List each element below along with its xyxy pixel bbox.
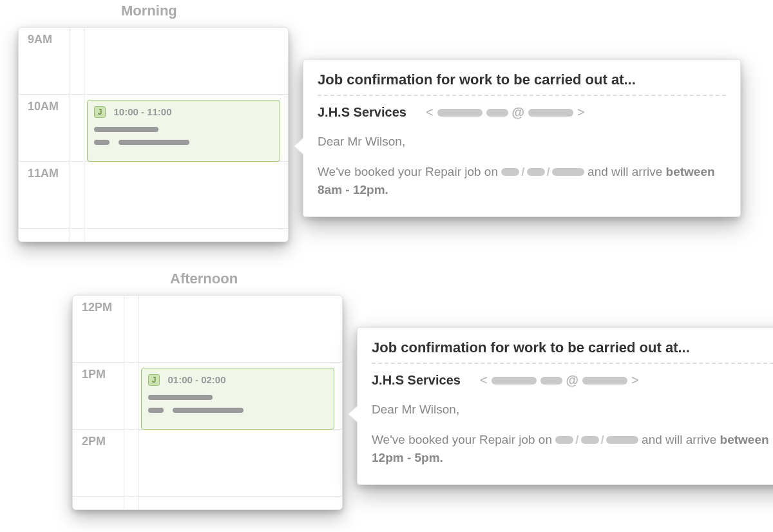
- calendar-afternoon: 12PM 1PM 2PM J 01:00 - 02:00: [72, 295, 343, 510]
- email-subject: Job confirmation for work to be carried …: [372, 339, 773, 356]
- at-symbol: @: [512, 105, 525, 120]
- email-body-mid: and will arrive: [584, 165, 666, 178]
- email-popup-afternoon: Job confirmation for work to be carried …: [357, 327, 773, 485]
- redacted-date-part: [552, 168, 584, 176]
- placeholder-line: [148, 408, 164, 413]
- divider: [318, 95, 726, 96]
- at-symbol: @: [566, 373, 579, 388]
- redacted-date-part: [606, 436, 638, 444]
- calendar-event[interactable]: J 10:00 - 11:00: [87, 100, 280, 162]
- hour-row: 12PM: [73, 296, 342, 363]
- email-greeting: Dear Mr Wilson,: [372, 401, 773, 419]
- email-greeting: Dear Mr Wilson,: [318, 133, 726, 151]
- sender-name: J.H.S Services: [318, 105, 406, 120]
- hour-label: 12PM: [82, 301, 112, 314]
- section-title-morning: Morning: [121, 3, 177, 19]
- calendar-event[interactable]: J 01:00 - 02:00: [141, 368, 334, 430]
- email-subject: Job confirmation for work to be carried …: [318, 71, 726, 88]
- redacted-email-part: [491, 377, 537, 385]
- placeholder-line: [94, 140, 110, 145]
- hour-row: 2PM: [73, 430, 342, 497]
- email-body-prefix: We've booked your Repair job on: [372, 433, 555, 446]
- angle-bracket: <: [480, 373, 488, 388]
- email-popup-morning: Job confirmation for work to be carried …: [303, 59, 741, 217]
- hour-label: 10AM: [28, 100, 59, 113]
- redacted-email-part: [582, 377, 627, 385]
- email-body-mid: and will arrive: [638, 433, 720, 446]
- hour-label: 2PM: [82, 435, 106, 448]
- redacted-date-part: [555, 436, 573, 444]
- placeholder-line: [119, 140, 189, 145]
- email-sender-line: J.H.S Services < @ >: [372, 373, 773, 388]
- divider: [372, 363, 773, 364]
- event-badge: J: [148, 374, 160, 386]
- redacted-email-part: [486, 109, 508, 117]
- email-body: Dear Mr Wilson, We've booked your Repair…: [372, 401, 773, 468]
- email-sender-line: J.H.S Services < @ >: [318, 105, 726, 120]
- angle-bracket: <: [426, 105, 434, 120]
- sender-name: J.H.S Services: [372, 373, 461, 388]
- event-time: 01:00 - 02:00: [167, 374, 225, 385]
- hour-row: 11AM: [19, 162, 288, 229]
- hour-row: 9AM: [19, 28, 288, 95]
- redacted-date-part: [501, 168, 519, 176]
- placeholder-line: [148, 395, 213, 400]
- angle-bracket: >: [577, 105, 585, 120]
- hour-label: 11AM: [28, 167, 59, 180]
- redacted-date-part: [527, 168, 545, 176]
- angle-bracket: >: [631, 373, 639, 388]
- event-time: 10:00 - 11:00: [113, 106, 171, 117]
- email-body: Dear Mr Wilson, We've booked your Repair…: [318, 133, 726, 200]
- calendar-morning: 9AM 10AM 11AM J 10:00 - 11:00: [18, 27, 289, 242]
- section-title-afternoon: Afternoon: [170, 271, 238, 287]
- hour-label: 9AM: [28, 33, 52, 46]
- redacted-email-part: [528, 109, 573, 117]
- hour-label: 1PM: [82, 368, 106, 381]
- redacted-email-part: [437, 109, 482, 117]
- event-badge: J: [94, 106, 106, 118]
- redacted-email-part: [540, 377, 562, 385]
- placeholder-line: [173, 408, 243, 413]
- placeholder-line: [94, 127, 158, 132]
- redacted-date-part: [581, 436, 599, 444]
- email-body-prefix: We've booked your Repair job on: [318, 165, 501, 178]
